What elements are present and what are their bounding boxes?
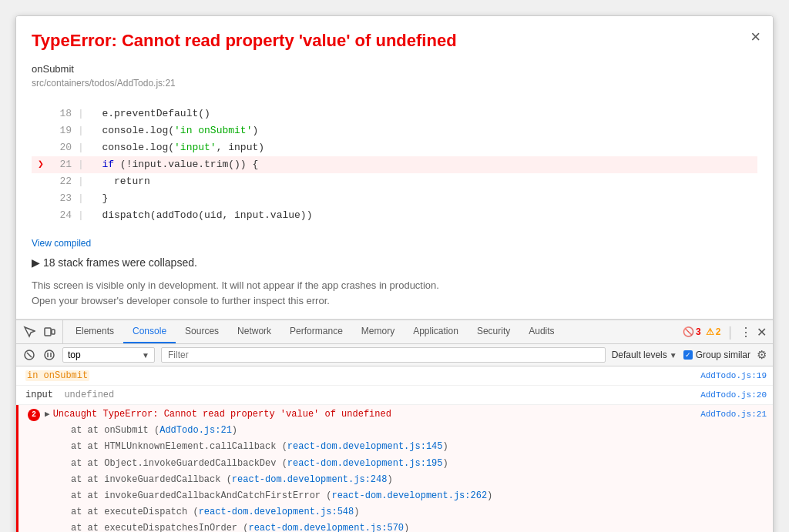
stack-frames-text: ▶ 18 stack frames were collapsed. xyxy=(32,256,197,269)
console-link-addtodo-19[interactable]: AddTodo.js:19 xyxy=(691,370,767,383)
devtools-tab-sources[interactable]: Sources xyxy=(176,320,228,343)
inspect-icon[interactable] xyxy=(22,325,36,339)
more-options-icon[interactable]: ⋮ xyxy=(740,325,752,340)
stack-frames-toggle[interactable]: ▶ 18 stack frames were collapsed. xyxy=(32,256,757,269)
device-icon[interactable] xyxy=(42,325,56,339)
main-container: TypeError: Cannot read property 'value' … xyxy=(15,15,774,532)
code-arrow: ❯ xyxy=(38,156,50,173)
line-number: 18 xyxy=(50,105,72,122)
stack-trace-link[interactable]: react-dom.development.js:195 xyxy=(287,458,443,469)
error-badge: 🚫 3 xyxy=(683,326,701,337)
devtools-bar: ElementsConsoleSourcesNetworkPerformance… xyxy=(16,320,773,366)
settings-icon[interactable]: ⚙ xyxy=(757,348,767,362)
devtools-right: 🚫 3 ⚠ 2 | ⋮ ✕ xyxy=(683,324,767,340)
code-line-22: 22 | return xyxy=(32,173,757,190)
group-similar-label: Group similar xyxy=(696,350,750,360)
group-similar-checkbox[interactable] xyxy=(683,350,693,360)
devtools-icon-group xyxy=(22,320,63,343)
stack-trace-link[interactable]: react-dom.development.js:570 xyxy=(248,523,404,532)
console-row-uncaught-error: 2 ▶ Uncaught TypeError: Cannot read prop… xyxy=(16,405,773,532)
devtools-tab-application[interactable]: Application xyxy=(404,320,468,343)
levels-chevron-icon: ▼ xyxy=(670,351,677,360)
svg-rect-0 xyxy=(45,328,51,336)
default-levels-selector[interactable]: Default levels ▼ xyxy=(612,350,677,360)
pipe: | xyxy=(78,207,84,224)
code-text: e.preventDefault() xyxy=(90,105,210,122)
console-link-addtodo-21[interactable]: AddTodo.js:21 xyxy=(691,408,767,421)
line-number: 21 xyxy=(50,156,72,173)
devtools-tab-security[interactable]: Security xyxy=(468,320,519,343)
devtools-tab-performance[interactable]: Performance xyxy=(280,320,352,343)
dev-notice-line2: Open your browser's developer console to… xyxy=(32,295,330,306)
error-row-content: ▶ Uncaught TypeError: Cannot read proper… xyxy=(45,407,767,532)
line-number: 20 xyxy=(50,139,72,156)
stack-trace-link[interactable]: react-dom.development.js:248 xyxy=(232,474,388,485)
svg-line-3 xyxy=(27,353,32,357)
warning-badge: ⚠ 2 xyxy=(706,326,721,337)
error-main-row: ▶ Uncaught TypeError: Cannot read proper… xyxy=(45,407,767,421)
console-link-addtodo-20[interactable]: AddTodo.js:20 xyxy=(691,389,767,402)
devtools-tab-audits[interactable]: Audits xyxy=(519,320,563,343)
stack-trace-line: at at executeDispatchesInOrder (react-do… xyxy=(71,520,760,532)
error-function: onSubmit xyxy=(32,63,757,75)
devtools-tab-network[interactable]: Network xyxy=(228,320,280,343)
filter-input[interactable] xyxy=(161,347,606,363)
code-line-24: 24 | dispatch(addTodo(uid, input.value)) xyxy=(32,207,757,224)
close-button[interactable]: × xyxy=(750,28,760,45)
uncaught-error-text: Uncaught TypeError: Cannot read property… xyxy=(53,407,391,421)
in-submit-highlight: in onSubmit xyxy=(25,370,89,381)
console-output: in onSubmit AddTodo.js:19 input undefine… xyxy=(16,366,773,532)
code-line-21: ❯ 21 | if (!input.value.trim()) { xyxy=(32,156,757,173)
console-in-onsubmit-text: in onSubmit xyxy=(25,369,89,383)
pause-icon[interactable] xyxy=(42,348,56,362)
error-file: src/containers/todos/AddTodo.js:21 xyxy=(32,78,757,89)
default-levels-label: Default levels xyxy=(612,350,667,360)
clear-console-icon[interactable] xyxy=(22,348,36,362)
close-devtools-icon[interactable]: ✕ xyxy=(757,325,767,340)
context-selector[interactable]: top ▼ xyxy=(62,347,155,363)
stack-trace-link[interactable]: AddTodo.js:21 xyxy=(159,425,232,436)
warning-badge-icon: ⚠ xyxy=(706,326,714,337)
console-row-in-onsubmit: in onSubmit AddTodo.js:19 xyxy=(16,366,773,386)
dev-notice-line1: This screen is visible only in developme… xyxy=(32,279,439,291)
pipe: | xyxy=(78,190,84,207)
view-compiled-link[interactable]: View compiled xyxy=(32,238,757,249)
stack-trace-link[interactable]: react-dom.development.js:262 xyxy=(331,490,487,501)
stack-trace-line: at at Object.invokeGuardedCallbackDev (r… xyxy=(71,456,760,472)
chevron-down-icon: ▼ xyxy=(142,351,149,360)
stack-trace-link[interactable]: react-dom.development.js:548 xyxy=(199,507,354,517)
code-text: if (!input.value.trim()) { xyxy=(90,156,258,173)
line-number: 22 xyxy=(50,173,72,190)
code-line-20: 20 | console.log('input', input) xyxy=(32,139,757,156)
code-text: console.log('in onSubmit') xyxy=(90,122,258,139)
code-line-18: 18 | e.preventDefault() xyxy=(32,105,757,122)
stack-trace-line: at at executeDispatch (react-dom.develop… xyxy=(71,504,760,520)
pipe: | xyxy=(78,105,84,122)
svg-rect-1 xyxy=(52,330,55,334)
group-similar-toggle[interactable]: Group similar xyxy=(683,350,750,360)
expand-arrow[interactable]: ▶ xyxy=(45,408,50,421)
code-text: dispatch(addTodo(uid, input.value)) xyxy=(90,207,313,224)
warning-badge-count: 2 xyxy=(716,326,721,337)
svg-point-4 xyxy=(45,350,54,360)
devtools-tab-console[interactable]: Console xyxy=(123,320,176,343)
code-line-23: 23 | } xyxy=(32,190,757,207)
devtools-tabs-row: ElementsConsoleSourcesNetworkPerformance… xyxy=(16,320,773,344)
context-value: top xyxy=(68,350,81,360)
error-badge-count: 3 xyxy=(696,326,701,337)
code-block: 18 | e.preventDefault() 19 | console.log… xyxy=(32,99,757,231)
code-text: return xyxy=(90,173,150,190)
pipe: | xyxy=(78,139,84,156)
devtools-tab-elements[interactable]: Elements xyxy=(66,320,123,343)
console-input-text: input undefined xyxy=(25,388,114,402)
devtools-tabs-container: ElementsConsoleSourcesNetworkPerformance… xyxy=(66,320,564,343)
error-overlay: TypeError: Cannot read property 'value' … xyxy=(16,16,773,320)
stack-trace-link[interactable]: react-dom.development.js:145 xyxy=(287,441,443,452)
error-title: TypeError: Cannot read property 'value' … xyxy=(32,30,757,52)
stack-trace-line: at at invokeGuardedCallback (react-dom.d… xyxy=(71,472,760,488)
devtools-toolbar: top ▼ Default levels ▼ Group similar ⚙ xyxy=(16,344,773,366)
code-text: } xyxy=(90,190,108,207)
devtools-tab-memory[interactable]: Memory xyxy=(352,320,404,343)
code-text: console.log('input', input) xyxy=(90,139,264,156)
error-count-badge: 2 xyxy=(28,409,40,421)
